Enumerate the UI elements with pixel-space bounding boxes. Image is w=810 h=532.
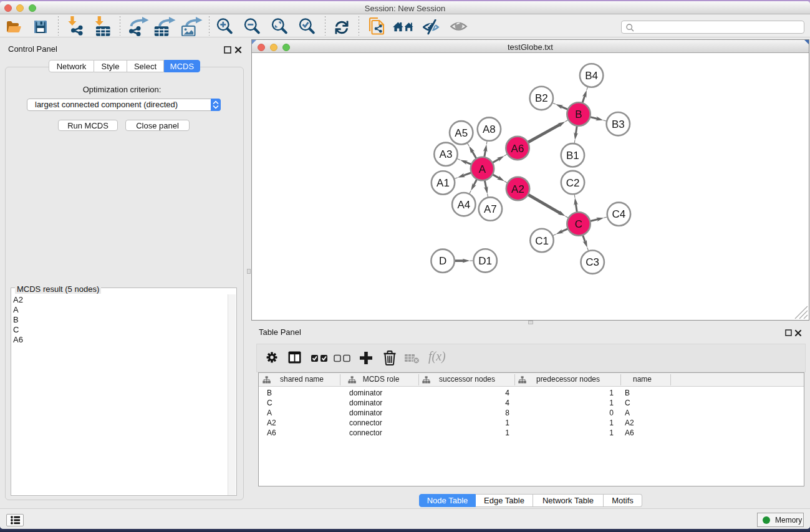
svg-text:A5: A5: [455, 127, 468, 139]
svg-text:C: C: [575, 218, 582, 230]
svg-text:A7: A7: [484, 203, 497, 215]
svg-text:B1: B1: [566, 150, 579, 162]
svg-text:A8: A8: [483, 123, 496, 135]
svg-text:C2: C2: [566, 177, 580, 189]
svg-text:A3: A3: [440, 148, 453, 160]
svg-text:A2: A2: [511, 183, 524, 195]
svg-text:C1: C1: [535, 235, 549, 247]
svg-text:C4: C4: [612, 208, 626, 220]
svg-text:B: B: [575, 109, 582, 120]
svg-text:B4: B4: [585, 70, 598, 82]
svg-text:B2: B2: [535, 92, 548, 104]
svg-text:A4: A4: [457, 199, 470, 211]
svg-text:B3: B3: [612, 118, 625, 130]
svg-text:C3: C3: [586, 256, 599, 268]
svg-text:A6: A6: [511, 143, 524, 155]
svg-text:A: A: [479, 163, 486, 175]
svg-text:D1: D1: [478, 255, 492, 267]
svg-text:A1: A1: [436, 177, 450, 189]
svg-text:D: D: [439, 255, 446, 267]
